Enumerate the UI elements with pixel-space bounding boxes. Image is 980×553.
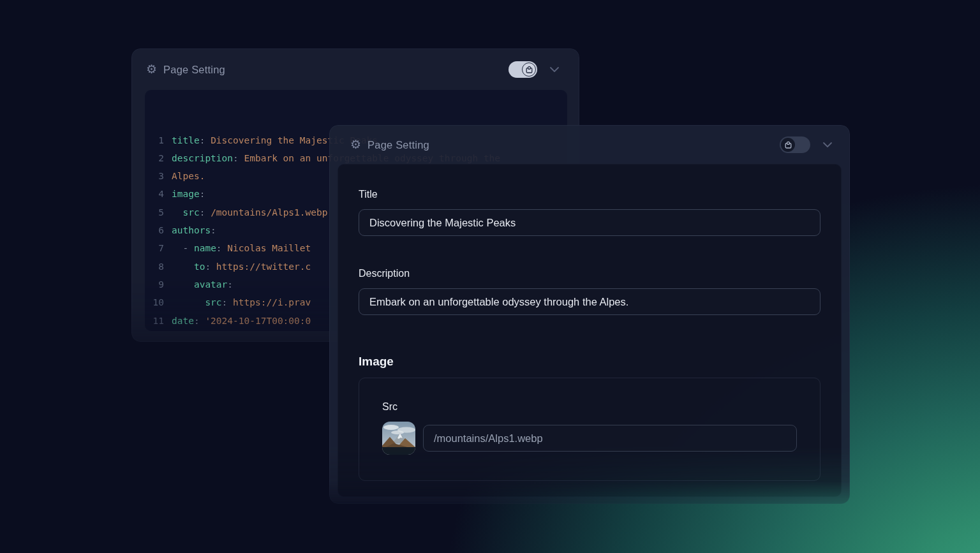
code-toggle-knob-icon [522,63,536,77]
line-number: 5 [145,203,164,221]
title-input[interactable] [359,209,820,236]
code-line-text: to: https://twitter.c [164,258,311,276]
line-number: 1 [145,131,164,149]
code-line-text: - name: Nicolas Maillet [164,239,311,257]
image-group-box: Src [359,378,820,481]
panel-title: Page Setting [163,64,225,76]
code-line-text: badge: [164,330,205,331]
title-field-label: Title [359,189,820,200]
line-number: 12 [145,330,164,331]
src-input[interactable] [423,425,797,452]
panel-header: ⚙ Page Setting [330,126,849,164]
chevron-down-icon[interactable] [548,64,561,75]
gear-icon: ⚙ [146,63,157,75]
line-number: 8 [145,258,164,276]
code-line-text: avatar: [164,276,233,293]
description-field-label: Description [359,268,820,279]
chevron-down-icon[interactable] [821,140,834,150]
code-line-text: image: [164,185,205,203]
line-number: 11 [145,312,164,330]
code-view-toggle[interactable] [780,136,810,153]
panel-header: ⚙ Page Setting [132,49,579,90]
code-line-text: src: https://i.prav [164,293,311,311]
image-section-heading: Image [359,355,820,369]
line-number: 4 [145,185,164,203]
page-background: ⚙ Page Setting 1title: Discovering the [0,0,980,553]
code-toggle-knob-icon [781,138,795,152]
line-number: 9 [145,276,164,293]
page-setting-form: Title Description Image Src [338,164,842,497]
line-number: 6 [145,221,164,239]
line-number: 2 [145,149,164,167]
code-line-text: src: /mountains/Alps1.webp [164,203,327,221]
page-setting-panel-form: ⚙ Page Setting Title Des [329,125,850,504]
description-input[interactable] [359,288,820,315]
code-line-text: Alpes. [164,167,205,185]
line-number: 7 [145,239,164,257]
code-line-text: date: '2024-10-17T00:00:0 [164,312,311,330]
code-line-text: authors: [164,221,216,239]
line-number: 10 [145,293,164,311]
src-field-label: Src [382,401,797,413]
line-number: 3 [145,167,164,185]
code-view-toggle[interactable] [509,61,537,78]
gear-icon: ⚙ [350,138,361,151]
panel-title: Page Setting [368,139,429,151]
mountain-photo-thumbnail[interactable] [382,422,415,455]
